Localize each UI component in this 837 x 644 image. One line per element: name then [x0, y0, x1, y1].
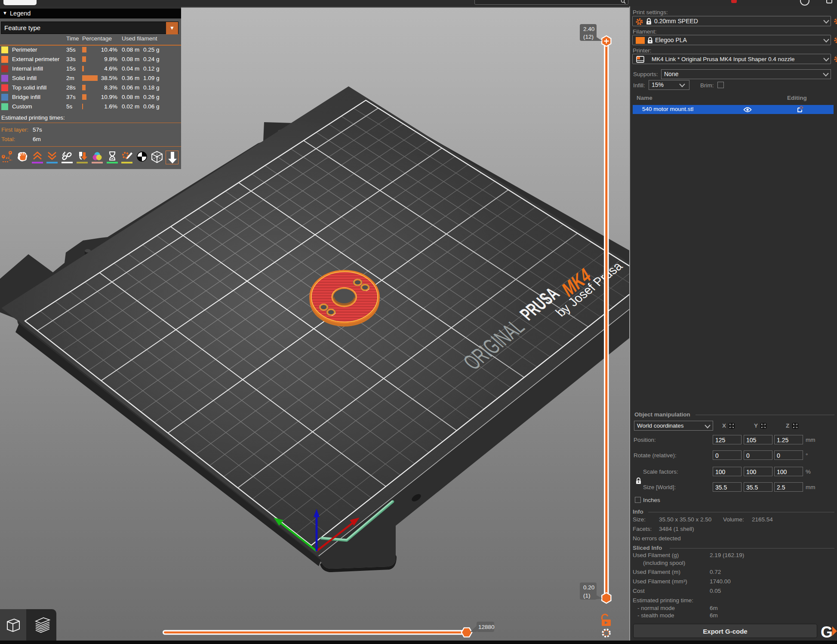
svg-text:(1): (1) — [583, 592, 591, 599]
svg-text:(12): (12) — [583, 34, 594, 40]
svg-text:2.40: 2.40 — [583, 26, 594, 32]
svg-text:0.20: 0.20 — [583, 584, 594, 591]
svg-text:12880: 12880 — [478, 624, 495, 630]
